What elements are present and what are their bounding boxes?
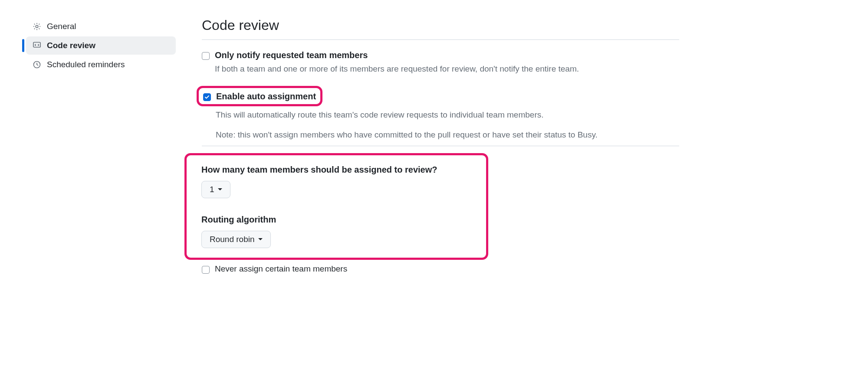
auto-assign-desc: This will automatically route this team'… <box>216 109 679 121</box>
sidebar-item-label: General <box>47 22 76 31</box>
setting-routing-algorithm: Routing algorithm Round robin <box>201 215 471 248</box>
setting-never-assign: Never assign certain team members <box>202 264 679 274</box>
sidebar-item-label: Code review <box>47 41 95 50</box>
never-assign-label: Never assign certain team members <box>215 264 347 274</box>
settings-sidebar: General Code review Scheduled reminder <box>26 17 176 274</box>
sidebar-item-scheduled-reminders[interactable]: Scheduled reminders <box>26 56 176 74</box>
caret-down-icon <box>218 188 222 190</box>
auto-assign-label: Enable auto assignment <box>216 92 316 101</box>
setting-only-notify: Only notify requested team members If bo… <box>202 40 679 75</box>
routing-value: Round robin <box>210 235 255 244</box>
main-content: Code review Only notify requested team m… <box>202 17 679 274</box>
auto-assign-checkbox[interactable] <box>203 93 211 101</box>
only-notify-checkbox[interactable] <box>202 52 210 60</box>
sidebar-item-code-review[interactable]: Code review <box>26 36 176 55</box>
only-notify-desc: If both a team and one or more of its me… <box>215 63 579 75</box>
only-notify-label: Only notify requested team members <box>215 50 579 60</box>
highlight-routing-settings: How many team members should be assigned… <box>184 153 488 260</box>
divider <box>202 146 679 146</box>
auto-assign-note: Note: this won't assign members who have… <box>216 129 679 141</box>
reviewers-count-value: 1 <box>210 185 214 194</box>
routing-select[interactable]: Round robin <box>201 231 271 248</box>
sidebar-item-general[interactable]: General <box>26 17 176 36</box>
never-assign-checkbox[interactable] <box>202 266 210 274</box>
highlight-auto-assign: Enable auto assignment <box>197 86 322 106</box>
code-review-icon <box>32 41 42 50</box>
setting-auto-assign: Enable auto assignment This will automat… <box>202 75 679 141</box>
setting-reviewers-count: How many team members should be assigned… <box>201 165 471 198</box>
sidebar-item-label: Scheduled reminders <box>47 60 125 69</box>
caret-down-icon <box>258 238 263 240</box>
svg-rect-1 <box>33 43 40 47</box>
reviewers-count-select[interactable]: 1 <box>201 181 230 198</box>
clock-icon <box>32 60 42 69</box>
page-title: Code review <box>202 17 679 33</box>
reviewers-count-label: How many team members should be assigned… <box>201 165 471 175</box>
gear-icon <box>32 22 42 31</box>
routing-label: Routing algorithm <box>201 215 471 225</box>
svg-point-0 <box>36 25 38 28</box>
